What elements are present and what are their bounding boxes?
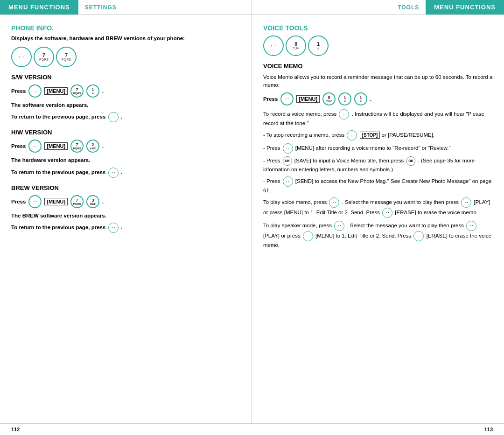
vm-play-btn2: · ·: [461, 197, 471, 208]
header-left: MENU FUNCTIONS SETTINGS: [0, 0, 252, 14]
sw-return-btn: · ·: [108, 112, 119, 122]
right-tools-tab: TOOLS: [391, 0, 426, 14]
vm-menu-btn: · ·: [283, 143, 293, 154]
vm-ok-btn2: OK: [406, 156, 415, 166]
left-settings-tab: SETTINGS: [78, 0, 123, 14]
vm-speaker-erase-btn: · ·: [413, 231, 424, 241]
footer-right-page: 113: [252, 427, 493, 432]
hw-version-title: H/W VERSION: [11, 129, 240, 136]
hw-return-btn: · ·: [108, 168, 119, 178]
brew-return-text: To return to the previous page, press · …: [11, 223, 240, 233]
hw-result-text: The hardware version appears.: [11, 156, 240, 164]
btn-dots-main: · ·: [11, 47, 32, 67]
sw-press-text: Press: [11, 88, 26, 94]
sw-return-text: To return to the previous page, press · …: [11, 112, 240, 122]
vt-btn-8: 8 TUV: [286, 35, 306, 56]
voice-tools-button-sequence: · · 8 TUV 1 #: [263, 35, 493, 56]
vm-btn-dots: · ·: [280, 92, 294, 105]
vm-menu-label: [MENU]: [296, 95, 320, 103]
vm-send-btn: · ·: [283, 176, 293, 187]
sw-version-section: S/W VERSION Press · · [MENU] 7 PQRS: [11, 74, 240, 122]
voice-tools-title: VOICE TOOLS: [263, 24, 493, 32]
vm-send-text: - Press · · [SEND] to access the New Pho…: [263, 176, 493, 195]
brew-result-text: The BREW software version appears.: [11, 212, 240, 220]
vm-record-text: To record a voice memo, press · · . Inst…: [263, 109, 493, 127]
phone-info-description: Displays the software, hardware and BREW…: [11, 35, 240, 41]
hw-btn-7: 7 PQRS: [70, 140, 84, 153]
vm-rerecord-text: - Press · · [MENU] after recording a voi…: [263, 143, 493, 154]
left-menu-functions-tab: MENU FUNCTIONS: [0, 0, 78, 14]
vm-btn-1b: 1 #: [354, 92, 367, 105]
brew-btn-7: 7 PQRS: [70, 195, 84, 208]
vm-press-line: Press · · [MENU] 8 TUV 1 #: [263, 92, 493, 105]
sw-btn-dots: · ·: [28, 84, 42, 98]
vm-speaker-menu-btn: · ·: [303, 231, 313, 241]
hw-press-line: Press · · [MENU] 7 PQRS 2 AB: [11, 140, 240, 153]
page-container: MENU FUNCTIONS SETTINGS TOOLS MENU FUNCT…: [0, 0, 504, 435]
phone-info-title: PHONE INFO.: [11, 24, 240, 32]
vm-play-btn: · ·: [329, 197, 339, 208]
brew-menu-label: [MENU]: [44, 198, 68, 205]
footer: 112 113: [0, 423, 504, 435]
vm-press-text: Press: [263, 96, 278, 102]
btn-7pqrs-main: 7 PQRS: [34, 47, 54, 67]
vm-btn-8: 8 TUV: [322, 92, 336, 105]
main-content: PHONE INFO. Displays the software, hardw…: [0, 15, 504, 423]
sw-btn-7: 7 PQRS: [70, 84, 84, 98]
sw-press-line: Press · · [MENU] 7 PQRS 1 #: [11, 84, 240, 98]
vt-btn-dots: · ·: [263, 35, 284, 56]
vm-speaker-btn: · ·: [334, 221, 344, 231]
vm-ok-btn: OK: [283, 156, 292, 166]
hw-btn-dots: · ·: [28, 140, 42, 153]
vm-speaker-play-btn: · ·: [466, 221, 476, 231]
hw-version-section: H/W VERSION Press · · [MENU] 7 PQRS: [11, 129, 240, 177]
vm-speaker-text: To play speaker mode, press · · . Select…: [263, 221, 493, 249]
vm-record-btn: · ·: [339, 109, 349, 119]
vm-btn-1a: 1 #: [338, 92, 351, 105]
brew-btn-dots: · ·: [28, 195, 42, 208]
header-right: TOOLS MENU FUNCTIONS: [252, 0, 504, 14]
right-menu-functions-tab: MENU FUNCTIONS: [426, 0, 504, 14]
hw-press-text: Press: [11, 143, 26, 149]
brew-version-section: BREW VERSION Press · · [MENU] 7 PQRS: [11, 184, 240, 233]
hw-btn-2: 2 ABC: [86, 140, 99, 153]
phone-info-button-sequence: · · 7 PQRS 7 PQRS: [11, 47, 240, 67]
sw-btn-1: 1 #: [86, 84, 99, 98]
voice-memo-description: Voice Memo allows you to record a remind…: [263, 73, 493, 90]
vm-save-text: - Press OK [SAVE] to input a Voice Memo …: [263, 156, 493, 174]
vm-stop-btn: · ·: [347, 130, 357, 140]
hw-return-text: To return to the previous page, press · …: [11, 168, 240, 178]
footer-left-page: 112: [11, 427, 252, 432]
vm-stop-text: - To stop recording a memo, press · · [S…: [263, 130, 493, 140]
voice-memo-title: VOICE MEMO: [263, 63, 493, 70]
right-panel: VOICE TOOLS · · 8 TUV 1 #: [252, 15, 504, 423]
brew-press-line: Press · · [MENU] 7 PQRS 3 DE: [11, 195, 240, 208]
sw-result-text: The software version appears.: [11, 101, 240, 109]
sw-version-title: S/W VERSION: [11, 74, 240, 81]
vt-btn-1a: 1 #: [308, 35, 329, 56]
vm-play-text: To play voice memo, press · · . Select t…: [263, 197, 493, 218]
hw-menu-label: [MENU]: [44, 142, 68, 150]
brew-btn-3: 3 DEF: [86, 195, 99, 208]
left-panel: PHONE INFO. Displays the software, hardw…: [0, 15, 252, 423]
brew-version-title: BREW VERSION: [11, 184, 240, 191]
btn-7pqrs-main2: 7 PQRS: [56, 47, 77, 67]
brew-press-text: Press: [11, 199, 26, 204]
header: MENU FUNCTIONS SETTINGS TOOLS MENU FUNCT…: [0, 0, 504, 15]
brew-return-btn: · ·: [108, 223, 119, 233]
sw-menu-label: [MENU]: [44, 87, 68, 95]
vm-erase-btn: · ·: [382, 208, 392, 218]
